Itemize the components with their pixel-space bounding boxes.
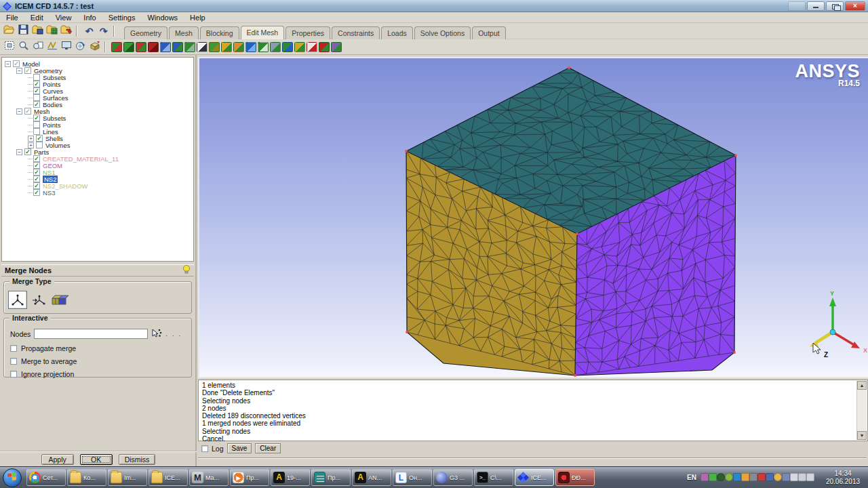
taskbar-launcher-button[interactable]: LОн... bbox=[393, 469, 432, 486]
tool-smooth-elements-button[interactable] bbox=[160, 42, 171, 52]
ok-button[interactable]: OK bbox=[80, 454, 113, 465]
volumes-checkbox[interactable] bbox=[36, 142, 43, 148]
bodies-checkbox[interactable]: ✓ bbox=[33, 101, 40, 108]
apply-button[interactable]: Apply bbox=[41, 454, 74, 465]
mesh-expander[interactable]: − bbox=[16, 108, 22, 115]
zoom-area-button[interactable] bbox=[16, 40, 31, 54]
log-checkbox[interactable] bbox=[201, 445, 208, 452]
tree-item-bodies[interactable]: ✓Bodies bbox=[5, 101, 193, 108]
subsets-checkbox[interactable]: ✓ bbox=[33, 115, 40, 121]
menu-info[interactable]: Info bbox=[77, 14, 102, 22]
tab-output[interactable]: Output bbox=[472, 26, 506, 39]
geometry-checkbox[interactable]: ✓ bbox=[24, 67, 31, 74]
tray-antivirus-status-icon[interactable] bbox=[709, 473, 717, 481]
taskbar-g3-button[interactable]: G3 ... bbox=[433, 469, 473, 486]
taskbar-ansys-19-button[interactable]: A19-... bbox=[271, 469, 310, 486]
tray-screen-clip-icon[interactable] bbox=[749, 473, 757, 481]
points-checkbox[interactable]: ✓ bbox=[33, 81, 40, 87]
tray-sync-client-icon[interactable] bbox=[733, 473, 741, 481]
tray-action-center-flag-icon[interactable] bbox=[782, 473, 790, 481]
save-project-as-button[interactable] bbox=[31, 24, 45, 38]
tray-nvidia-settings-icon[interactable] bbox=[725, 473, 733, 481]
tray-volume-alert-icon[interactable] bbox=[757, 473, 766, 481]
tree-item-model[interactable]: −✓Model bbox=[5, 60, 193, 67]
tree-item-points[interactable]: ✓Points bbox=[5, 81, 193, 87]
tree-item-ns1[interactable]: ✓NS1 bbox=[5, 169, 193, 176]
tray-removable-device-icon[interactable] bbox=[790, 473, 798, 481]
geom-checkbox[interactable]: ✓ bbox=[33, 162, 40, 169]
model-tree[interactable]: −✓Model−✓GeometrySubsets✓Points✓CurvesSu… bbox=[1, 57, 194, 262]
menu-edit[interactable]: Edit bbox=[24, 14, 50, 22]
tool-convert-mesh-button[interactable] bbox=[282, 42, 293, 52]
tree-item-ns3[interactable]: ✓NS3 bbox=[5, 189, 193, 196]
shells-checkbox[interactable]: ✓ bbox=[36, 135, 43, 142]
dismiss-button[interactable]: Dismiss bbox=[119, 454, 156, 465]
tool-create-elements-button[interactable] bbox=[111, 42, 122, 52]
tree-item-volumes[interactable]: +Volumes bbox=[5, 142, 193, 148]
tab-edit-mesh[interactable]: Edit Mesh bbox=[241, 26, 285, 39]
tool-delete-nodes-button[interactable] bbox=[307, 42, 317, 52]
ns3-checkbox[interactable]: ✓ bbox=[33, 189, 40, 196]
display-options-button[interactable] bbox=[59, 40, 73, 54]
tab-blocking[interactable]: Blocking bbox=[200, 26, 239, 39]
tree-item-geom[interactable]: ✓GEOM bbox=[5, 162, 193, 169]
ns2-shadow-checkbox[interactable]: ✓ bbox=[33, 182, 40, 189]
tool-quality-metrics-button[interactable] bbox=[148, 42, 159, 52]
subsets-checkbox[interactable] bbox=[33, 74, 40, 81]
help-button[interactable] bbox=[788, 1, 806, 11]
tool-transform-mesh-button[interactable] bbox=[270, 42, 281, 52]
view-direction-button[interactable] bbox=[87, 40, 102, 54]
save-file-button[interactable] bbox=[16, 24, 31, 38]
tree-item-ns2[interactable]: ✓NS2 bbox=[5, 176, 193, 182]
tree-item-ns2-shadow[interactable]: ✓NS2_SHADOW bbox=[5, 182, 193, 189]
menu-view[interactable]: View bbox=[50, 14, 78, 22]
fit-all-button[interactable] bbox=[2, 40, 16, 54]
ns1-checkbox[interactable]: ✓ bbox=[33, 169, 40, 176]
tree-item-subsets[interactable]: ✓Subsets bbox=[5, 115, 193, 121]
taskbar-folder-ice-button[interactable]: ICE... bbox=[149, 469, 188, 486]
model-checkbox[interactable]: ✓ bbox=[13, 60, 20, 67]
tool-edit-nodes-button[interactable] bbox=[197, 42, 208, 52]
shells-expander[interactable]: + bbox=[28, 136, 34, 142]
volumes-expander[interactable]: + bbox=[28, 142, 34, 148]
tool-check-mesh-button[interactable] bbox=[136, 42, 146, 52]
save-log-button[interactable]: Save bbox=[227, 443, 252, 453]
import-file-button[interactable] bbox=[59, 24, 73, 38]
tool-smooth-globally-button[interactable] bbox=[172, 42, 183, 52]
tool-merge-nodes-tool-button[interactable] bbox=[233, 42, 244, 52]
redo-button[interactable]: ↷ bbox=[96, 24, 111, 38]
tool-split-elements-button[interactable] bbox=[209, 42, 220, 52]
tree-item-surfaces[interactable]: Surfaces bbox=[5, 94, 193, 101]
tool-remesh-elements-button[interactable] bbox=[184, 42, 195, 52]
tool-mesh-info-button[interactable] bbox=[331, 42, 342, 52]
select-nodes-icon[interactable] bbox=[151, 328, 162, 340]
open-file-button[interactable] bbox=[2, 24, 16, 38]
tree-item-created-material-11[interactable]: ✓CREATED_MATERIAL_11 bbox=[5, 155, 193, 162]
lines-checkbox[interactable] bbox=[33, 128, 40, 135]
rotate-view-button[interactable] bbox=[73, 40, 87, 54]
tree-item-shells[interactable]: +✓Shells bbox=[5, 135, 193, 142]
tree-item-subsets[interactable]: Subsets bbox=[5, 74, 193, 81]
menu-file[interactable]: File bbox=[0, 14, 24, 22]
tray-evernote-icon[interactable] bbox=[717, 473, 725, 481]
merge-interactive-button[interactable] bbox=[8, 291, 27, 309]
tab-mesh[interactable]: Mesh bbox=[169, 26, 199, 39]
parts-checkbox[interactable]: ✓ bbox=[24, 148, 31, 155]
tool-move-nodes-button[interactable] bbox=[221, 42, 232, 52]
ns2-checkbox[interactable]: ✓ bbox=[33, 176, 40, 182]
merge-meshes-button[interactable] bbox=[50, 291, 69, 309]
tab-solve-options[interactable]: Solve Options bbox=[414, 26, 471, 39]
tree-item-lines[interactable]: Lines bbox=[5, 128, 193, 135]
taskbar-ansys-an-button[interactable]: AAN... bbox=[352, 469, 391, 486]
menu-help[interactable]: Help bbox=[184, 14, 212, 22]
menu-windows[interactable]: Windows bbox=[141, 14, 184, 22]
tool-extrude-elements-button[interactable] bbox=[123, 42, 134, 52]
tree-item-parts[interactable]: −✓Parts bbox=[5, 148, 193, 155]
more-options-button[interactable]: . . . bbox=[165, 330, 182, 338]
tray-reader-app-icon[interactable] bbox=[741, 473, 749, 481]
scroll-down-button[interactable]: ▼ bbox=[857, 431, 867, 440]
taskbar-console-button[interactable]: >_C\... bbox=[474, 469, 513, 486]
nodes-input[interactable] bbox=[34, 329, 148, 339]
minimize-button[interactable] bbox=[807, 1, 825, 11]
cut-plane-button[interactable] bbox=[45, 40, 59, 54]
